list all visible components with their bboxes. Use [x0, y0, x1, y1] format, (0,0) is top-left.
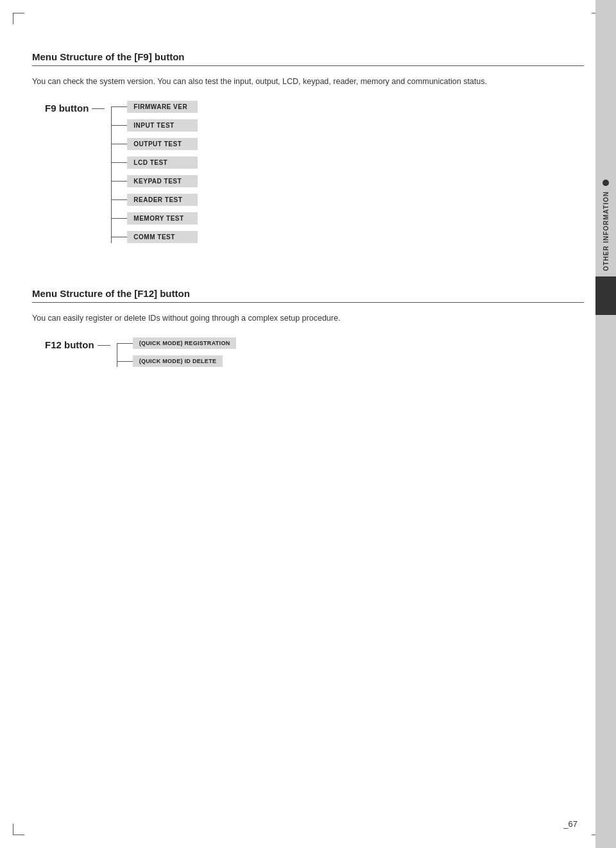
f9-tree: FIRMWARE VER INPUT TEST OUTPUT TEST LCD …: [111, 101, 198, 250]
f12-button-label: F12 button: [45, 337, 94, 350]
section-f12: Menu Structure of the [F12] button You c…: [32, 288, 584, 373]
section-f9-description: You can check the system version. You ca…: [32, 75, 584, 88]
main-content: Menu Structure of the [F9] button You ca…: [32, 0, 584, 373]
right-sidebar: OTHER INFORMATION: [595, 0, 616, 848]
menu-item-output-test: OUTPUT TEST: [127, 138, 198, 150]
menu-item-comm-test: COMM TEST: [127, 231, 198, 243]
list-item: OUTPUT TEST: [111, 138, 198, 150]
sidebar-dot: [603, 180, 609, 186]
list-item: (QUICK MODE) REGISTRATION: [117, 337, 237, 349]
menu-item-quick-id-delete: (QUICK MODE) ID DELETE: [133, 355, 223, 367]
f9-diagram: F9 button FIRMWARE VER INPUT TEST OUTPUT…: [45, 101, 584, 250]
list-item: MEMORY TEST: [111, 212, 198, 225]
list-item: LCD TEST: [111, 157, 198, 169]
f9-button-label: F9 button: [45, 101, 89, 114]
sidebar-accent-block: [595, 276, 616, 315]
menu-item-keypad-test: KEYPAD TEST: [127, 175, 198, 187]
corner-mark-tl: [13, 13, 24, 24]
menu-item-memory-test: MEMORY TEST: [127, 212, 198, 225]
menu-item-firmware: FIRMWARE VER: [127, 101, 198, 113]
f9-h-connector: [92, 108, 105, 109]
list-item: READER TEST: [111, 194, 198, 206]
list-item: INPUT TEST: [111, 119, 198, 131]
menu-item-quick-registration: (QUICK MODE) REGISTRATION: [133, 337, 237, 349]
corner-mark-bl: [13, 824, 24, 835]
f12-tree: (QUICK MODE) REGISTRATION (QUICK MODE) I…: [117, 337, 237, 373]
section-f9: Menu Structure of the [F9] button You ca…: [32, 51, 584, 250]
list-item: COMM TEST: [111, 231, 198, 243]
list-item: (QUICK MODE) ID DELETE: [117, 355, 237, 367]
list-item: FIRMWARE VER: [111, 101, 198, 113]
menu-item-lcd-test: LCD TEST: [127, 157, 198, 169]
f12-diagram: F12 button (QUICK MODE) REGISTRATION (QU…: [45, 337, 584, 373]
section-f12-title: Menu Structure of the [F12] button: [32, 288, 584, 303]
section-f12-description: You can easily register or delete IDs wi…: [32, 312, 584, 325]
f12-h-connector: [98, 345, 110, 346]
section-f9-title: Menu Structure of the [F9] button: [32, 51, 584, 66]
menu-item-input-test: INPUT TEST: [127, 119, 198, 131]
page-number: _67: [563, 819, 578, 829]
sidebar-label: OTHER INFORMATION: [603, 191, 610, 271]
menu-item-reader-test: READER TEST: [127, 194, 198, 206]
list-item: KEYPAD TEST: [111, 175, 198, 187]
